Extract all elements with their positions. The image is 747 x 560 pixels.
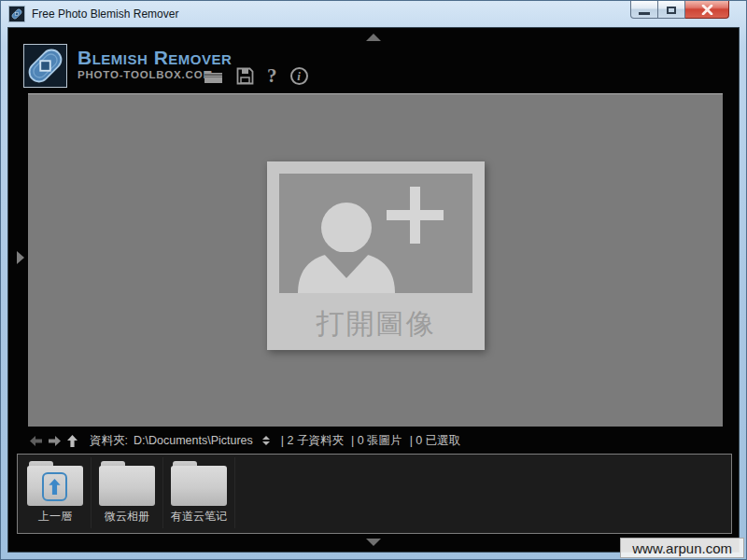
photo-placeholder xyxy=(279,174,472,293)
folder-up-icon xyxy=(27,461,83,506)
close-button[interactable] xyxy=(685,1,729,19)
app-logo xyxy=(23,44,67,88)
minimize-button[interactable] xyxy=(630,1,658,19)
folder-icon xyxy=(204,68,223,84)
folder-item-weiyun[interactable]: 微云相册 xyxy=(92,457,163,528)
stat-images: | 0 張圖片 xyxy=(351,433,402,449)
folder-label: 資料夾: xyxy=(90,433,128,449)
app-content: Blemish Remover PHOTO-TOOLBOX.COM ? xyxy=(7,27,740,553)
open-image-label: 打開圖像 xyxy=(267,298,485,350)
save-button[interactable] xyxy=(236,67,254,85)
stat-subfolders: | 2 子資料夾 xyxy=(281,433,344,449)
window-title: Free Photo Blemish Remover xyxy=(32,7,178,21)
folder-body xyxy=(171,466,227,506)
folder-item-label: 上一層 xyxy=(38,509,72,525)
maximize-button[interactable] xyxy=(658,1,685,19)
window-controls xyxy=(630,1,729,19)
folder-spinner[interactable] xyxy=(262,436,270,445)
nav-arrows xyxy=(29,434,78,448)
spinner-up-icon xyxy=(262,436,270,440)
folder-icon xyxy=(171,461,227,506)
up-level-icon xyxy=(42,472,67,501)
save-icon xyxy=(236,67,254,85)
stat-selected: | 0 已選取 xyxy=(410,433,461,449)
add-photo-icon xyxy=(279,174,472,293)
folder-icon xyxy=(99,461,155,506)
scroll-up-arrow[interactable] xyxy=(366,34,381,41)
open-image-dropzone[interactable]: 打開圖像 xyxy=(267,161,485,350)
image-viewport: 打開圖像 xyxy=(28,93,723,427)
bandaid-icon xyxy=(10,7,23,21)
info-button[interactable]: i xyxy=(290,67,308,85)
folder-body xyxy=(99,466,155,506)
folder-item-label: 微云相册 xyxy=(105,509,149,525)
maximize-icon xyxy=(667,7,676,14)
folder-path[interactable]: D:\Documents\Pictures xyxy=(134,434,253,447)
folder-item-youdao[interactable]: 有道云笔记 xyxy=(163,457,235,528)
help-button[interactable]: ? xyxy=(267,64,277,88)
minimize-icon xyxy=(639,12,650,15)
up-arrow-icon[interactable] xyxy=(66,434,78,448)
statusbar: 資料夾: D:\Documents\Pictures | 2 子資料夾 | 0 … xyxy=(29,430,720,451)
toolbar: ? i xyxy=(204,64,308,87)
folder-browser-panel: 上一層 微云相册 有道云笔记 xyxy=(17,454,732,534)
scroll-down-arrow[interactable] xyxy=(366,539,381,546)
spinner-down-icon xyxy=(262,441,270,445)
bandaid-logo-icon xyxy=(24,45,66,87)
folder-item-label: 有道云笔记 xyxy=(171,509,227,525)
back-arrow-icon[interactable] xyxy=(29,435,43,447)
app-window: Free Photo Blemish Remover xyxy=(0,0,747,560)
forward-arrow-icon[interactable] xyxy=(48,435,62,447)
left-panel-expand-arrow[interactable] xyxy=(17,251,24,264)
app-icon xyxy=(8,6,25,22)
open-folder-button[interactable] xyxy=(204,68,223,84)
close-icon xyxy=(701,5,713,15)
folder-item-up[interactable]: 上一層 xyxy=(20,457,92,528)
watermark: www.arpun.com xyxy=(620,538,744,558)
